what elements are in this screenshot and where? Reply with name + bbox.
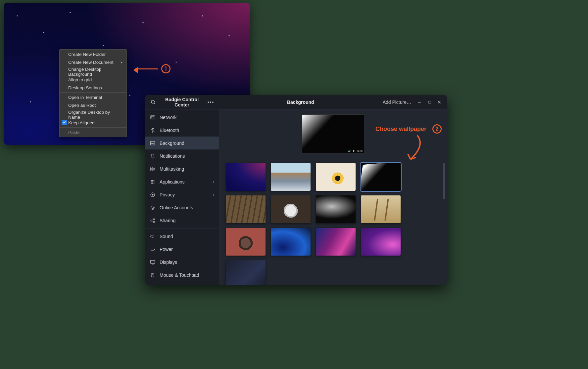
arrow-left-icon (135, 68, 158, 69)
ctx-item-label: Organize Desktop by Name (68, 110, 122, 120)
notifications-icon (150, 153, 156, 159)
wallpaper-thumb-doorknocker[interactable] (226, 228, 266, 256)
wallpaper-thumb-dark-blue[interactable] (226, 260, 266, 285)
ctx-item-label: Open as Root (68, 103, 96, 108)
ctx-keep-aligned[interactable]: Keep Aligned (60, 119, 126, 127)
minimize-icon: – (418, 100, 421, 105)
svg-point-19 (152, 194, 154, 195)
search-icon (151, 100, 156, 104)
window-minimize-button[interactable]: – (415, 98, 424, 107)
svg-point-14 (154, 181, 155, 182)
sidebar-item-power[interactable]: Power (145, 243, 219, 256)
sidebar-item-online-accounts[interactable]: @Online Accounts (145, 201, 219, 214)
wallpaper-thumb-bowl[interactable] (271, 195, 311, 223)
sidebar-item-notifications[interactable]: Notifications (145, 149, 219, 162)
wallpaper-thumb-shutter[interactable] (226, 195, 266, 223)
wallpaper-thumb-purple-wave[interactable] (361, 228, 401, 256)
sidebar-item-mouse-touchpad[interactable]: Mouse & Touchpad (145, 268, 219, 281)
online-icon: @ (150, 205, 156, 210)
tray-battery-icon: 🔋 (352, 150, 355, 152)
sidebar-item-applications[interactable]: Applications› (145, 175, 219, 188)
sidebar-item-sharing[interactable]: Sharing (145, 214, 219, 227)
svg-rect-3 (151, 117, 154, 118)
power-icon (150, 247, 156, 252)
sidebar-item-background[interactable]: Background (145, 137, 219, 149)
sidebar-item-network[interactable]: Network (145, 111, 219, 124)
annotation-step-1: 1 (135, 64, 171, 73)
sidebar-item-label: Displays (160, 260, 177, 265)
ctx-item-label: Open in Terminal (68, 95, 102, 100)
cc-sidebar-list[interactable]: NetworkBluetoothBackgroundNotificationsM… (145, 109, 219, 285)
wallpaper-row (226, 260, 440, 285)
wallpaper-thumb-yellow-ring[interactable] (316, 163, 356, 191)
displays-icon (150, 260, 156, 265)
scrollbar-thumb[interactable] (443, 163, 445, 199)
sidebar-item-label: Background (160, 141, 184, 146)
sidebar-item-displays[interactable]: Displays (145, 256, 219, 268)
checkbox-checked-icon (62, 120, 67, 125)
ctx-create-new-document[interactable]: Create New Document ▸ (60, 58, 126, 66)
window-close-button[interactable]: ✕ (434, 98, 444, 107)
wallpaper-grid[interactable] (219, 158, 447, 285)
budgie-control-center-window: Budgie Control Center ••• NetworkBluetoo… (145, 95, 447, 285)
cc-sidebar-header: Budgie Control Center ••• (145, 95, 219, 109)
wallpaper-thumb-blue-swirl[interactable] (271, 228, 311, 256)
svg-point-16 (152, 183, 153, 184)
wallpaper-thumb-black-feather[interactable] (361, 163, 401, 191)
svg-rect-25 (154, 249, 155, 250)
sidebar-item-sound[interactable]: Sound (145, 230, 219, 243)
more-button[interactable]: ••• (206, 98, 216, 107)
svg-rect-6 (153, 167, 155, 169)
wallpaper-thumb-magenta-blue[interactable] (316, 228, 356, 256)
sidebar-item-bluetooth[interactable]: Bluetooth (145, 124, 219, 137)
svg-point-23 (153, 221, 155, 223)
wallpaper-thumb-dark-hand[interactable] (316, 195, 356, 223)
svg-point-9 (151, 180, 152, 181)
preview-taskbar: 🔊 🔋 20:48 (302, 149, 364, 153)
ctx-item-label: Create New Folder (68, 52, 106, 57)
ellipsis-icon: ••• (208, 100, 215, 105)
search-button[interactable] (148, 98, 158, 107)
ctx-item-label: Desktop Settings (68, 85, 102, 90)
ctx-item-label: Paste (68, 130, 80, 135)
svg-point-15 (151, 183, 152, 184)
sidebar-item-label: Applications (160, 179, 185, 184)
ctx-create-new-folder[interactable]: Create New Folder (60, 50, 126, 58)
maximize-icon: ▢ (428, 100, 431, 104)
ctx-change-desktop-background[interactable]: Change Desktop Background (60, 68, 126, 76)
annotation-badge: 1 (161, 64, 171, 73)
sidebar-item-multitasking[interactable]: Multitasking (145, 162, 219, 175)
add-picture-button[interactable]: Add Picture… (379, 100, 415, 105)
sidebar-item-label: Bluetooth (160, 128, 179, 133)
window-maximize-button[interactable]: ▢ (424, 98, 434, 107)
chevron-right-icon: › (213, 180, 214, 184)
svg-point-21 (151, 220, 152, 221)
svg-rect-8 (153, 169, 155, 171)
ctx-organize-desktop-by-name[interactable]: Organize Desktop by Name (60, 111, 126, 119)
svg-text:@: @ (150, 205, 155, 210)
svg-rect-2 (150, 116, 155, 119)
sharing-icon (150, 218, 156, 223)
desktop-context-menu: Create New Folder Create New Document ▸ … (59, 49, 127, 137)
apps-icon (150, 179, 156, 184)
ctx-align-to-grid[interactable]: Align to grid (60, 76, 126, 84)
cc-page-title: Background (222, 100, 379, 105)
svg-rect-24 (151, 248, 154, 251)
sidebar-item-privacy[interactable]: Privacy› (145, 188, 219, 201)
current-wallpaper-preview: 🔊 🔋 20:48 (219, 109, 447, 158)
svg-point-11 (154, 180, 155, 181)
tray-volume-icon: 🔊 (348, 150, 351, 152)
wallpaper-thumb-ladder[interactable] (361, 195, 401, 223)
sidebar-item-label: Sound (160, 234, 173, 239)
ctx-paste: Paste (60, 128, 126, 136)
ctx-separator (60, 92, 126, 93)
wallpaper-thumb-purple-constel[interactable] (226, 163, 266, 191)
cc-sidebar: Budgie Control Center ••• NetworkBluetoo… (145, 95, 219, 285)
ctx-open-as-root[interactable]: Open as Root (60, 101, 126, 109)
svg-rect-7 (150, 169, 152, 171)
svg-rect-26 (151, 260, 155, 263)
wallpaper-thumb-beach[interactable] (271, 163, 311, 191)
ctx-open-in-terminal[interactable]: Open in Terminal (60, 93, 126, 101)
multitask-icon (150, 166, 156, 172)
ctx-desktop-settings[interactable]: Desktop Settings (60, 84, 126, 92)
